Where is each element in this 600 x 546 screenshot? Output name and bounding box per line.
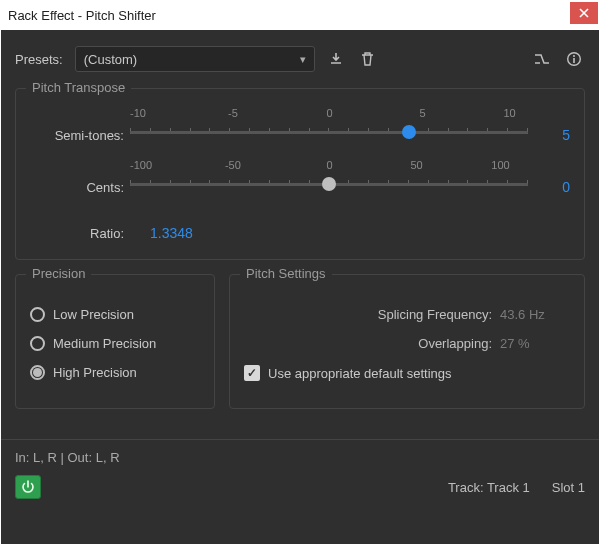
ratio-label: Ratio: <box>30 226 130 241</box>
pitch-settings-title: Pitch Settings <box>240 266 332 281</box>
divider <box>1 439 599 440</box>
radio-label: High Precision <box>53 365 137 380</box>
semitones-label: Semi-tones: <box>30 128 130 143</box>
semitones-value[interactable]: 5 <box>528 127 570 143</box>
presets-row: Presets: (Custom) ▾ <box>15 46 585 72</box>
window-title: Rack Effect - Pitch Shifter <box>8 8 156 23</box>
svg-point-1 <box>573 55 575 57</box>
semitones-slider[interactable]: -10 -5 0 5 10 <box>130 121 528 149</box>
precision-title: Precision <box>26 266 91 281</box>
routing-icon <box>534 52 550 66</box>
power-icon <box>21 480 35 494</box>
power-button[interactable] <box>15 475 41 499</box>
pitch-transpose-group: Pitch Transpose Semi-tones: -10 -5 0 5 1… <box>15 88 585 260</box>
info-icon <box>566 51 582 67</box>
trash-icon <box>360 51 375 67</box>
tick: 0 <box>327 159 333 171</box>
delete-preset-button[interactable] <box>357 48 379 70</box>
tick: 50 <box>410 159 422 171</box>
presets-label: Presets: <box>15 52 63 67</box>
cents-label: Cents: <box>30 180 130 195</box>
tick: 5 <box>420 107 426 119</box>
semitones-ticks: -10 -5 0 5 10 <box>130 107 528 119</box>
overlap-row: Overlapping: 27 % <box>244 336 570 351</box>
cents-row: Cents: -100 -50 0 50 100 0 <box>30 173 570 201</box>
checkbox-icon: ✓ <box>244 365 260 381</box>
ratio-row: Ratio: 1.3348 <box>30 225 570 241</box>
ratio-value[interactable]: 1.3348 <box>130 225 193 241</box>
chevron-down-icon: ▾ <box>300 53 306 66</box>
tick: 0 <box>327 107 333 119</box>
tick: 10 <box>504 107 516 119</box>
radio-high-precision[interactable]: High Precision <box>30 365 200 380</box>
pitch-settings-group: Pitch Settings Splicing Frequency: 43.6 … <box>229 274 585 409</box>
preset-selected: (Custom) <box>84 52 137 67</box>
close-icon <box>579 8 589 18</box>
io-text: In: L, R | Out: L, R <box>15 450 585 465</box>
titlebar: Rack Effect - Pitch Shifter <box>0 0 600 30</box>
tick: -5 <box>228 107 238 119</box>
tick: -100 <box>130 159 152 171</box>
close-button[interactable] <box>570 2 598 24</box>
preset-dropdown[interactable]: (Custom) ▾ <box>75 46 315 72</box>
slot-label: Slot 1 <box>552 480 585 495</box>
tick: -50 <box>225 159 241 171</box>
defaults-checkbox-row[interactable]: ✓ Use appropriate default settings <box>244 365 570 381</box>
radio-label: Medium Precision <box>53 336 156 351</box>
cents-ticks: -100 -50 0 50 100 <box>130 159 528 171</box>
precision-group: Precision Low Precision Medium Precision… <box>15 274 215 409</box>
info-button[interactable] <box>563 48 585 70</box>
radio-low-precision[interactable]: Low Precision <box>30 307 200 322</box>
download-icon <box>328 51 344 67</box>
radio-label: Low Precision <box>53 307 134 322</box>
tick: -10 <box>130 107 146 119</box>
tick: 100 <box>491 159 509 171</box>
cents-value[interactable]: 0 <box>528 179 570 195</box>
cents-slider[interactable]: -100 -50 0 50 100 <box>130 173 528 201</box>
overlap-value[interactable]: 27 % <box>500 336 570 351</box>
overlap-label: Overlapping: <box>244 336 500 351</box>
splicing-value[interactable]: 43.6 Hz <box>500 307 570 322</box>
routing-button[interactable] <box>531 48 553 70</box>
radio-medium-precision[interactable]: Medium Precision <box>30 336 200 351</box>
pitch-transpose-title: Pitch Transpose <box>26 80 131 95</box>
defaults-label: Use appropriate default settings <box>268 366 452 381</box>
track-label: Track: Track 1 <box>448 480 530 495</box>
splicing-label: Splicing Frequency: <box>244 307 500 322</box>
cents-thumb[interactable] <box>322 177 336 191</box>
semitones-row: Semi-tones: -10 -5 0 5 10 5 <box>30 121 570 149</box>
save-preset-button[interactable] <box>325 48 347 70</box>
svg-rect-2 <box>573 58 575 63</box>
semitones-thumb[interactable] <box>402 125 416 139</box>
splicing-row: Splicing Frequency: 43.6 Hz <box>244 307 570 322</box>
